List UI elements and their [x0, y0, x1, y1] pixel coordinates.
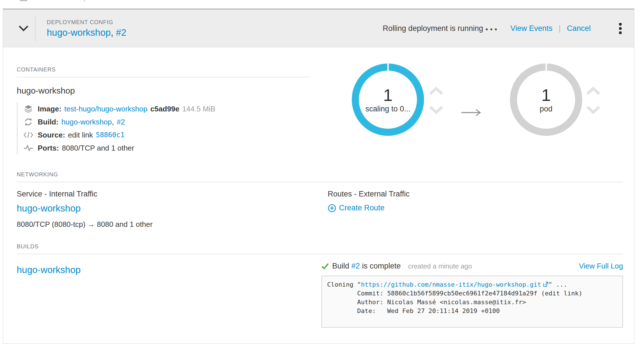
- image-hash: c5ad99e: [150, 105, 179, 113]
- chevron-up-icon: [586, 86, 601, 96]
- scale-down-button[interactable]: [585, 104, 601, 116]
- build-separator: ,: [112, 118, 114, 126]
- source-label: Source:: [38, 131, 65, 139]
- pulse-icon: [23, 145, 34, 151]
- image-label: Image:: [38, 105, 62, 113]
- chevron-up-icon: [429, 86, 444, 96]
- create-route-label: Create Route: [339, 204, 385, 212]
- card-header: DEPLOYMENT CONFIG hugo-workshop, #2 Roll…: [3, 10, 634, 47]
- build-config-link[interactable]: hugo-workshop: [17, 265, 81, 328]
- status-ellipsis: •••: [486, 25, 499, 34]
- containers-rule: [17, 77, 310, 77]
- image-row: Image: test-hugo/hugo-workshop c5ad99e 1…: [23, 102, 310, 115]
- networking-section-label: NETWORKING: [17, 171, 623, 178]
- build-status-row: Build #2 is complete created a minute ag…: [321, 262, 623, 270]
- old-replica-count: 1: [383, 86, 393, 104]
- resource-kind-label: DEPLOYMENT CONFIG: [47, 19, 126, 26]
- source-commit-link[interactable]: 58860c1: [96, 131, 124, 139]
- scale-down-button[interactable]: [428, 104, 444, 116]
- build-number-link[interactable]: #2: [117, 118, 125, 126]
- build-row: Build: hugo-workshop , #2: [23, 115, 310, 128]
- ports-text: 8080/TCP and 1 other: [62, 144, 134, 153]
- new-replica-label: pod: [540, 105, 552, 113]
- service-column: Service - Internal Traffic hugo-workshop…: [17, 190, 328, 229]
- old-replica-label: scaling to 0...: [365, 105, 410, 113]
- log-line-4: Date: Wed Feb 27 20:11:14 2019 +0100: [327, 306, 617, 315]
- view-events-link[interactable]: View Events: [510, 24, 552, 33]
- circle-plus-icon: [328, 204, 336, 212]
- donut-notch: [545, 64, 547, 71]
- networking-section: NETWORKING Service - Internal Traffic hu…: [17, 171, 623, 229]
- image-size: 144.5 MiB: [182, 105, 215, 113]
- view-full-log-link[interactable]: View Full Log: [579, 262, 623, 270]
- header-actions: Rolling deployment is running ••• View E…: [383, 21, 624, 36]
- build-panel: Build #2 is complete created a minute ag…: [321, 262, 623, 328]
- donut-notch: [387, 64, 389, 71]
- git-repo-link[interactable]: https://github.com/nmasse-itix/hugo-work…: [361, 281, 541, 288]
- service-link[interactable]: hugo-workshop: [17, 203, 81, 214]
- deployment-status-text: Rolling deployment is running: [383, 24, 483, 33]
- old-replica-donut: 1 scaling to 0...: [352, 64, 424, 136]
- networking-rule: [17, 182, 623, 182]
- log-line-1: Cloning "https://github.com/nmasse-itix/…: [327, 280, 617, 289]
- cancel-link[interactable]: Cancel: [567, 24, 591, 33]
- service-ports-text: 8080/TCP (8080-tcp) → 8080 and 1 other: [17, 220, 328, 229]
- build-link[interactable]: hugo-workshop: [62, 118, 112, 126]
- old-scale-controls: [428, 86, 444, 116]
- containers-section-label: CONTAINERS: [17, 66, 310, 73]
- container-details: Image: test-hugo/hugo-workshop c5ad99e 1…: [17, 102, 310, 155]
- title-separator: ,: [111, 27, 116, 38]
- rollout-arrow-icon: [461, 108, 484, 117]
- layers-icon: [23, 104, 34, 113]
- builds-section-label: BUILDS: [17, 243, 623, 250]
- source-row: Source: edit link 58860c1: [23, 128, 310, 141]
- actions-separator: |: [559, 24, 561, 33]
- image-link[interactable]: test-hugo/hugo-workshop: [64, 105, 147, 113]
- log-line-2: Commit: 58860c1b56f5899cb50ec6961f2e4718…: [327, 289, 617, 298]
- build-created-text: created a minute ago: [408, 262, 472, 270]
- build-log-snippet: Cloning "https://github.com/nmasse-itix/…: [321, 276, 623, 328]
- routes-heading: Routes - External Traffic: [328, 190, 410, 198]
- external-link-icon: [543, 282, 548, 287]
- refresh-icon: [23, 118, 34, 126]
- builds-rule: [17, 254, 623, 254]
- new-scale-controls: [585, 86, 601, 116]
- source-text: edit link: [68, 131, 93, 139]
- kebab-icon: [619, 23, 622, 26]
- chevron-down-icon: [429, 105, 444, 114]
- title-block: DEPLOYMENT CONFIG hugo-workshop, #2: [47, 19, 126, 38]
- ports-row: Ports: 8080/TCP and 1 other: [23, 141, 310, 155]
- kebab-menu-button[interactable]: [617, 21, 624, 36]
- build-label: Build:: [38, 118, 59, 126]
- chevron-down-icon: [18, 25, 29, 31]
- build-status-text: Build #2 is complete: [332, 262, 401, 270]
- clipped-content-above: [0, 0, 644, 2]
- build-number-link[interactable]: #2: [351, 262, 360, 270]
- deployment-config-card: DEPLOYMENT CONFIG hugo-workshop, #2 Roll…: [3, 9, 634, 344]
- deployment-config-link[interactable]: hugo-workshop: [47, 27, 111, 38]
- create-route-link[interactable]: Create Route: [328, 204, 385, 212]
- builds-section: BUILDS hugo-workshop Build #2 is complet…: [17, 243, 623, 328]
- containers-section: CONTAINERS hugo-workshop Image: test-hug…: [17, 66, 310, 155]
- check-icon: [321, 263, 329, 270]
- routes-column: Routes - External Traffic Create Route: [328, 190, 410, 229]
- scale-up-button[interactable]: [585, 86, 601, 97]
- deployment-number-link[interactable]: #2: [116, 27, 126, 38]
- code-icon: [23, 131, 34, 139]
- new-replica-count: 1: [541, 86, 551, 104]
- scale-up-button[interactable]: [428, 86, 444, 97]
- new-replica-donut[interactable]: 1 pod: [510, 64, 582, 136]
- collapse-toggle-button[interactable]: [17, 24, 30, 33]
- ports-label: Ports:: [38, 144, 59, 153]
- chevron-down-icon: [586, 105, 601, 114]
- page-title: hugo-workshop, #2: [47, 27, 126, 38]
- service-heading: Service - Internal Traffic: [17, 190, 328, 198]
- header-divider: [35, 16, 35, 41]
- log-line-3: Author: Nicolas Massé <nicolas.masse@iti…: [327, 298, 617, 306]
- container-name: hugo-workshop: [17, 86, 310, 96]
